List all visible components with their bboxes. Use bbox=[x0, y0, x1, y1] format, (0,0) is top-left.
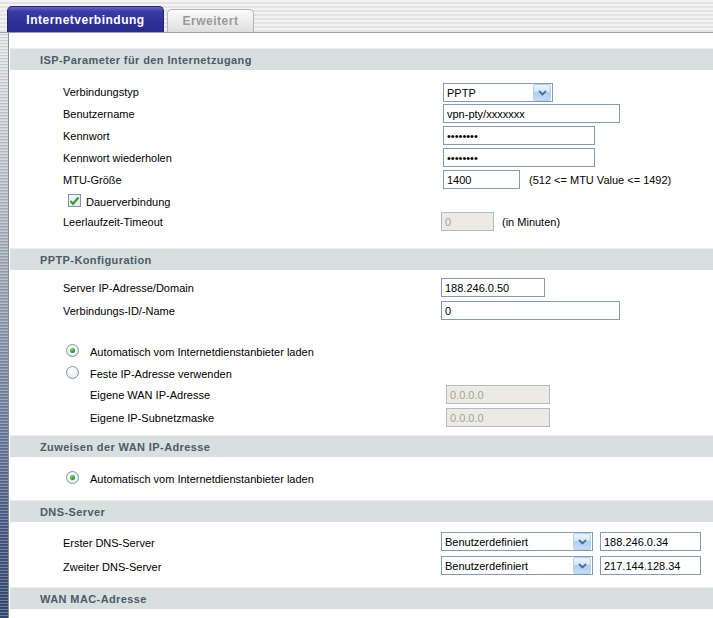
second-dns-label: Zweiter DNS-Server bbox=[63, 561, 161, 574]
chevron-down-icon bbox=[533, 84, 551, 101]
tab-advanced-label: Erweitert bbox=[183, 14, 239, 28]
second-dns-mode-value: Benutzerdefiniert bbox=[442, 560, 572, 572]
first-dns-mode-value: Benutzerdefiniert bbox=[442, 536, 572, 548]
pptp-wan-ip-input bbox=[446, 385, 550, 404]
mtu-hint: (512 <= MTU Value <= 1492) bbox=[529, 174, 671, 187]
router-config-page: { "colors": { "active_tab_blue": "#32329… bbox=[0, 0, 713, 618]
wan-ip-auto-label: Automatisch vom Internetdienstanbieter l… bbox=[90, 473, 314, 486]
password-label: Kennwort bbox=[63, 130, 109, 143]
pptp-server-label: Server IP-Adresse/Domain bbox=[63, 282, 194, 295]
nailed-up-label: Dauerverbindung bbox=[86, 196, 170, 209]
connection-type-select[interactable]: PPTP bbox=[443, 83, 553, 102]
section-header-dns: DNS-Server bbox=[10, 500, 713, 522]
wan-ip-auto-radio[interactable] bbox=[66, 471, 79, 484]
pptp-auto-ip-radio[interactable] bbox=[66, 344, 79, 357]
connection-type-value: PPTP bbox=[444, 87, 532, 99]
pptp-static-ip-radio[interactable] bbox=[66, 366, 79, 379]
chevron-down-icon bbox=[573, 557, 591, 574]
tab-internet-connection-label: Internetverbindung bbox=[26, 13, 144, 27]
pptp-auto-ip-label: Automatisch vom Internetdienstanbieter l… bbox=[90, 346, 314, 359]
mtu-label: MTU-Größe bbox=[63, 174, 122, 187]
second-dns-input[interactable] bbox=[600, 556, 701, 575]
first-dns-label: Erster DNS-Server bbox=[63, 537, 155, 550]
nailed-up-checkbox[interactable] bbox=[68, 194, 81, 207]
pptp-connection-id-input[interactable] bbox=[441, 301, 620, 320]
connection-type-label: Verbindungstyp bbox=[63, 86, 139, 99]
username-input[interactable] bbox=[443, 104, 620, 123]
idle-timeout-hint: (in Minuten) bbox=[502, 216, 560, 229]
section-header-pptp: PPTP-Konfiguration bbox=[10, 248, 713, 270]
idle-timeout-input bbox=[441, 212, 494, 231]
checkmark-icon bbox=[69, 196, 80, 206]
section-header-isp: ISP-Parameter für den Internetzugang bbox=[10, 48, 713, 70]
tab-advanced[interactable]: Erweitert bbox=[167, 9, 254, 32]
first-dns-mode-select[interactable]: Benutzerdefiniert bbox=[441, 532, 593, 551]
page-left-edge bbox=[0, 33, 9, 618]
password-input[interactable] bbox=[443, 126, 595, 145]
section-header-wan-ip-assign: Zuweisen der WAN IP-Adresse bbox=[10, 435, 713, 457]
password-repeat-input[interactable] bbox=[443, 148, 595, 167]
idle-timeout-label: Leerlaufzeit-Timeout bbox=[63, 216, 163, 229]
first-dns-input[interactable] bbox=[600, 532, 701, 551]
section-header-wan-mac: WAN MAC-Adresse bbox=[10, 587, 713, 609]
second-dns-mode-select[interactable]: Benutzerdefiniert bbox=[441, 556, 593, 575]
tab-internet-connection[interactable]: Internetverbindung bbox=[7, 6, 164, 32]
tab-bar: Internetverbindung Erweitert bbox=[0, 0, 713, 33]
chevron-down-icon bbox=[573, 533, 591, 550]
pptp-wan-ip-label: Eigene WAN IP-Adresse bbox=[90, 389, 210, 402]
pptp-subnet-input bbox=[446, 408, 550, 427]
pptp-static-ip-label: Feste IP-Adresse verwenden bbox=[90, 368, 232, 381]
username-label: Benutzername bbox=[63, 108, 135, 121]
mtu-input[interactable] bbox=[443, 170, 520, 189]
pptp-server-input[interactable] bbox=[441, 278, 545, 297]
password-repeat-label: Kennwort wiederholen bbox=[63, 152, 172, 165]
pptp-subnet-label: Eigene IP-Subnetzmaske bbox=[90, 412, 214, 425]
pptp-connection-id-label: Verbindungs-ID/-Name bbox=[63, 305, 175, 318]
